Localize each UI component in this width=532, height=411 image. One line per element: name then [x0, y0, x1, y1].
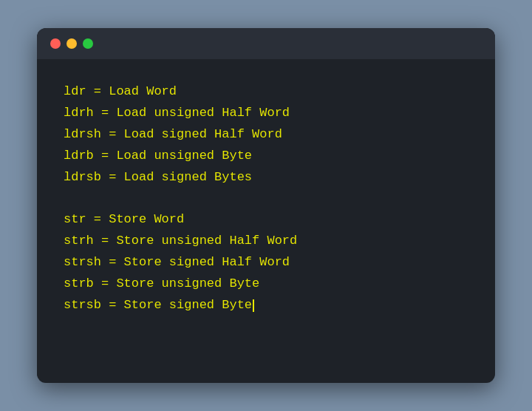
- minimize-button[interactable]: [66, 38, 77, 49]
- code-line-10-text: strsb = Store signed Byte: [64, 298, 252, 312]
- code-line-3: ldrsh = Load signed Half Word: [64, 124, 468, 146]
- code-line-4: ldrb = Load unsigned Byte: [64, 146, 468, 167]
- terminal-window: ldr = Load Word ldrh = Load unsigned Hal…: [37, 28, 495, 383]
- titlebar: [37, 28, 495, 59]
- code-area: ldr = Load Word ldrh = Load unsigned Hal…: [37, 59, 495, 339]
- code-line-5: ldrsb = Load signed Bytes: [64, 167, 468, 188]
- code-line-10: strsb = Store signed Byte: [64, 295, 468, 316]
- code-line-9: strb = Store unsigned Byte: [64, 274, 468, 295]
- maximize-button[interactable]: [83, 38, 93, 49]
- window-wrapper: ldr = Load Word ldrh = Load unsigned Hal…: [37, 28, 495, 383]
- cursor: [253, 299, 254, 312]
- code-line-8: strsh = Store signed Half Word: [64, 252, 468, 274]
- code-line-1: ldr = Load Word: [64, 81, 468, 103]
- code-line-7: strh = Store unsigned Half Word: [64, 231, 468, 252]
- code-line-2: ldrh = Load unsigned Half Word: [64, 103, 468, 124]
- close-button[interactable]: [50, 38, 61, 49]
- spacer: [64, 188, 468, 209]
- code-line-6: str = Store Word: [64, 209, 468, 231]
